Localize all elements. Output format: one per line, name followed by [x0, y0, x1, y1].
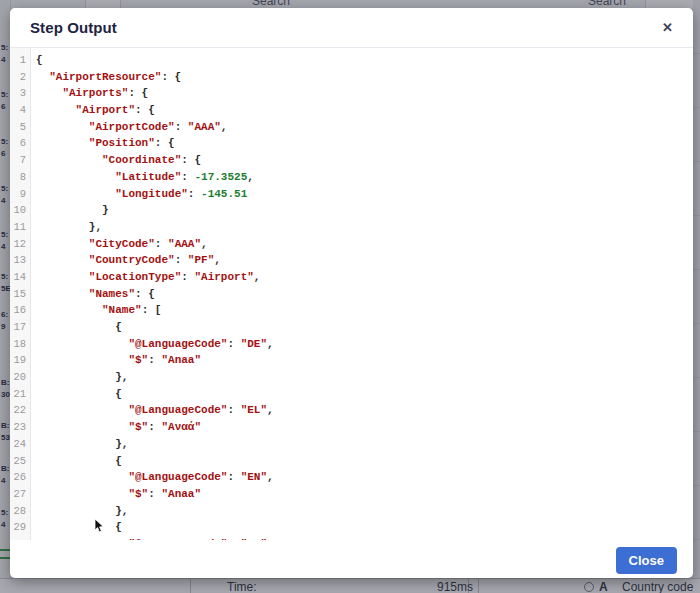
- code-line: {: [36, 52, 693, 69]
- line-number: 27: [10, 486, 30, 503]
- line-number: 21: [10, 386, 30, 403]
- code-line: "@LanguageCode": "ES",: [36, 536, 693, 540]
- code-line: },: [36, 369, 693, 386]
- line-number: 20: [10, 369, 30, 386]
- line-number: 1: [10, 52, 30, 69]
- code-line: "$": "Anaa": [36, 352, 693, 369]
- code-line: "Position": {: [36, 135, 693, 152]
- line-number: 24: [10, 436, 30, 453]
- line-number: 12: [10, 236, 30, 253]
- line-number: 15: [10, 286, 30, 303]
- code-line: "Airport": {: [36, 102, 693, 119]
- code-line: "Latitude": -17.3525,: [36, 169, 693, 186]
- code-line: }: [36, 202, 693, 219]
- modal-header: Step Output ✕: [10, 8, 693, 48]
- code-line: {: [36, 519, 693, 536]
- line-number: 23: [10, 419, 30, 436]
- code-line: "AirportCode": "AAA",: [36, 119, 693, 136]
- line-number: 28: [10, 503, 30, 520]
- line-number: 22: [10, 402, 30, 419]
- code-line: "Names": {: [36, 286, 693, 303]
- line-number: 19: [10, 352, 30, 369]
- close-icon[interactable]: ✕: [658, 19, 677, 36]
- line-number: 13: [10, 252, 30, 269]
- line-number: 25: [10, 453, 30, 470]
- line-number-gutter: 1234567891011121314151617181920212223242…: [10, 48, 31, 540]
- close-button[interactable]: Close: [616, 547, 677, 574]
- code-line: {: [36, 453, 693, 470]
- code-line: {: [36, 319, 693, 336]
- line-number: 29: [10, 519, 30, 536]
- code-line: "@LanguageCode": "DE",: [36, 336, 693, 353]
- line-number: 2: [10, 69, 30, 86]
- line-number: 8: [10, 169, 30, 186]
- line-number: 16: [10, 302, 30, 319]
- code-line: "CityCode": "AAA",: [36, 236, 693, 253]
- code-line: },: [36, 219, 693, 236]
- code-line: "AirportResource": {: [36, 69, 693, 86]
- code-lines: { "AirportResource": { "Airports": { "Ai…: [31, 48, 693, 540]
- line-number: 5: [10, 119, 30, 136]
- code-line: "$": "Αναά": [36, 419, 693, 436]
- code-line: "Coordinate": {: [36, 152, 693, 169]
- code-line: },: [36, 503, 693, 520]
- line-number: 11: [10, 219, 30, 236]
- json-code-viewer[interactable]: 1234567891011121314151617181920212223242…: [10, 48, 693, 540]
- code-line: "Longitude": -145.51: [36, 186, 693, 203]
- line-number: 30: [10, 536, 30, 540]
- code-line: },: [36, 436, 693, 453]
- line-number: 6: [10, 135, 30, 152]
- line-number: 26: [10, 469, 30, 486]
- code-line: "Name": [: [36, 302, 693, 319]
- code-line: "@LanguageCode": "EL",: [36, 402, 693, 419]
- step-output-modal: Step Output ✕ 12345678910111213141516171…: [10, 8, 693, 578]
- line-number: 14: [10, 269, 30, 286]
- code-line: "CountryCode": "PF",: [36, 252, 693, 269]
- line-number: 10: [10, 202, 30, 219]
- modal-footer: Close: [616, 547, 677, 574]
- line-number: 9: [10, 186, 30, 203]
- line-number: 7: [10, 152, 30, 169]
- code-line: {: [36, 386, 693, 403]
- line-number: 17: [10, 319, 30, 336]
- code-line: "LocationType": "Airport",: [36, 269, 693, 286]
- line-number: 4: [10, 102, 30, 119]
- code-line: "Airports": {: [36, 85, 693, 102]
- line-number: 18: [10, 336, 30, 353]
- code-line: "@LanguageCode": "EN",: [36, 469, 693, 486]
- modal-title: Step Output: [30, 19, 117, 36]
- line-number: 3: [10, 85, 30, 102]
- code-line: "$": "Anaa": [36, 486, 693, 503]
